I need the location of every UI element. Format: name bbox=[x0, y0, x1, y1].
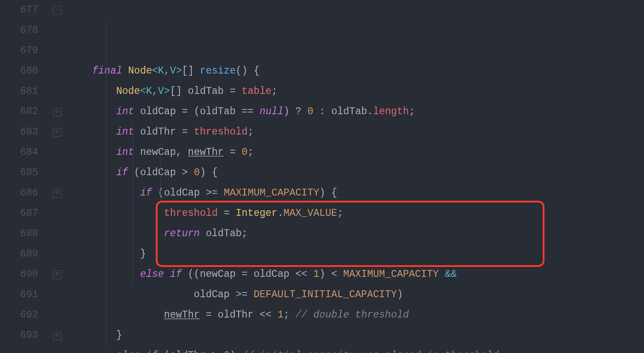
code-token: 0 bbox=[307, 106, 313, 117]
code-token: else if bbox=[116, 350, 164, 353]
code-line[interactable]: int newCap, newThr = 0; bbox=[68, 142, 644, 163]
fold-toggle-icon[interactable]: ⊟ bbox=[53, 189, 61, 198]
code-token: 1 bbox=[313, 269, 319, 280]
code-token: (( bbox=[188, 269, 200, 280]
line-number: 685 bbox=[0, 163, 38, 183]
fold-toggle-icon[interactable]: ⊟ bbox=[53, 108, 61, 116]
fold-toggle-icon[interactable]: ⊟ bbox=[53, 270, 61, 279]
code-token: int bbox=[116, 147, 140, 158]
code-token: Node bbox=[116, 86, 140, 97]
code-token: && bbox=[445, 269, 457, 280]
code-token: oldThr bbox=[140, 126, 176, 138]
line-number: 686 bbox=[0, 183, 38, 203]
code-token bbox=[68, 208, 164, 219]
code-token: () { bbox=[236, 65, 260, 77]
code-token bbox=[68, 228, 164, 239]
code-token: ) < bbox=[319, 269, 343, 280]
code-line[interactable]: } bbox=[68, 244, 644, 264]
code-token: length bbox=[373, 106, 409, 117]
line-number: 692 bbox=[0, 305, 38, 325]
code-token: oldTab bbox=[188, 86, 224, 97]
code-token: oldCap bbox=[140, 106, 176, 117]
code-token bbox=[68, 269, 140, 280]
code-line[interactable]: if (oldCap >= MAXIMUM_CAPACITY) { bbox=[68, 183, 644, 203]
code-token: ; bbox=[242, 228, 248, 239]
code-line[interactable]: else if (oldThr > 0) // initial capacity… bbox=[68, 346, 644, 353]
code-token: = bbox=[200, 309, 218, 321]
code-token: threshold bbox=[164, 208, 218, 219]
code-line[interactable]: Node<K,V>[] oldTab = table; bbox=[68, 81, 644, 102]
indent-guide bbox=[133, 122, 133, 285]
code-token: > bbox=[176, 167, 193, 178]
line-number: 691 bbox=[0, 285, 38, 305]
code-token: MAX_VALUE bbox=[283, 208, 337, 219]
code-token: Node bbox=[128, 65, 152, 77]
code-token bbox=[68, 147, 116, 158]
code-token: >= bbox=[230, 289, 254, 300]
code-token: DEFAULT_INITIAL_CAPACITY bbox=[254, 289, 397, 300]
indent-guide bbox=[160, 142, 161, 203]
code-token: 0 bbox=[194, 167, 200, 178]
code-token: MAXIMUM_CAPACITY bbox=[343, 269, 439, 280]
code-token: null bbox=[260, 106, 283, 117]
line-number: 678 bbox=[0, 20, 38, 41]
code-token: int bbox=[116, 106, 140, 117]
code-token: table bbox=[242, 86, 271, 97]
code-token: final bbox=[92, 65, 128, 77]
line-number-gutter: 6776786796806816826836846856866876886896… bbox=[0, 0, 51, 353]
code-token: MAXIMUM_CAPACITY bbox=[224, 187, 319, 199]
fold-toggle-icon[interactable]: ⊟ bbox=[53, 331, 61, 340]
code-token: oldCap bbox=[140, 167, 176, 178]
code-token: newThr bbox=[188, 147, 224, 158]
code-token: ( bbox=[134, 167, 140, 178]
line-number: 693 bbox=[0, 325, 38, 346]
code-line[interactable]: } bbox=[68, 325, 644, 346]
code-token: 1 bbox=[277, 309, 283, 321]
fold-column[interactable]: −⊟⊟⊟⊟⊟ bbox=[51, 0, 68, 353]
code-token: ; bbox=[337, 208, 343, 219]
code-token: newThr bbox=[164, 309, 200, 321]
code-token: ; bbox=[409, 106, 415, 117]
code-editor[interactable]: 6776786796806816826836846856866876886896… bbox=[0, 0, 644, 353]
code-token: Integer bbox=[236, 208, 278, 219]
code-token: ( bbox=[158, 187, 164, 199]
code-token bbox=[68, 65, 92, 77]
code-line[interactable]: else if ((newCap = oldCap << 1) < MAXIMU… bbox=[68, 264, 644, 285]
line-number: 683 bbox=[0, 122, 38, 142]
code-token: ) { bbox=[200, 167, 218, 178]
code-token: <K,V> bbox=[140, 86, 170, 97]
code-token: << bbox=[290, 269, 313, 280]
code-line[interactable]: int oldCap = (oldTab == null) ? 0 : oldT… bbox=[68, 102, 644, 122]
line-number: 684 bbox=[0, 142, 38, 163]
fold-toggle-icon[interactable]: ⊟ bbox=[53, 128, 61, 137]
code-token: return bbox=[164, 228, 206, 239]
code-token bbox=[194, 65, 200, 77]
code-token bbox=[68, 167, 116, 178]
code-token: oldCap bbox=[164, 187, 200, 199]
code-token bbox=[68, 248, 140, 260]
code-line[interactable]: threshold = Integer.MAX_VALUE; bbox=[68, 203, 644, 224]
code-token: oldTab bbox=[200, 106, 236, 117]
code-line[interactable]: int oldThr = threshold; bbox=[68, 122, 644, 142]
code-token bbox=[68, 86, 116, 97]
code-token: . bbox=[277, 208, 283, 219]
code-token bbox=[301, 106, 307, 117]
code-line[interactable]: newThr = oldThr << 1; // double threshol… bbox=[68, 305, 644, 325]
code-line[interactable]: if (oldCap > 0) { bbox=[68, 163, 644, 183]
code-token: = bbox=[218, 208, 235, 219]
line-number: 690 bbox=[0, 264, 38, 285]
code-line[interactable]: oldCap >= DEFAULT_INITIAL_CAPACITY) bbox=[68, 285, 644, 305]
fold-toggle-icon[interactable]: − bbox=[53, 6, 61, 15]
code-line[interactable]: return oldTab; bbox=[68, 224, 644, 244]
code-line[interactable]: final Node<K,V>[] resize() { bbox=[68, 61, 644, 81]
code-token: oldThr bbox=[170, 350, 206, 353]
code-token: newCap bbox=[140, 147, 176, 158]
code-token: oldCap bbox=[194, 289, 230, 300]
code-token: ) bbox=[283, 106, 296, 117]
code-token: <K,V> bbox=[152, 65, 182, 77]
code-token bbox=[68, 126, 116, 138]
code-token: . bbox=[367, 106, 373, 117]
code-token: 0 bbox=[224, 350, 230, 353]
code-area[interactable]: final Node<K,V>[] resize() { Node<K,V>[]… bbox=[68, 0, 644, 353]
code-token: } bbox=[140, 248, 146, 260]
